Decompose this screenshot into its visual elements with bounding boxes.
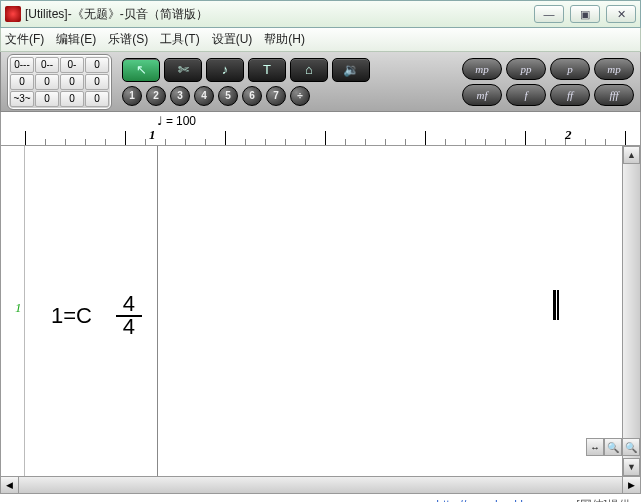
pad-cell[interactable]: 0 [35,74,59,90]
menu-help[interactable]: 帮助(H) [264,31,305,48]
note-div-button[interactable]: ÷ [290,86,310,106]
horizontal-scrollbar[interactable]: ◀ ▶ [0,476,641,494]
arrow-icon: ↖ [136,62,147,77]
dynamics-panel: mp pp p mp mf f ff fff [462,58,634,106]
pad-cell[interactable]: 0 [60,91,84,107]
scissors-icon: ✄ [178,62,189,77]
menu-bar: 文件(F) 编辑(E) 乐谱(S) 工具(T) 设置(U) 帮助(H) [0,28,641,52]
note-3-button[interactable]: 3 [170,86,190,106]
pad-cell[interactable]: 0 [35,91,59,107]
tempo-indicator: ♩ =100 [157,114,196,128]
quarter-note-icon: ♩ [157,114,163,128]
scroll-up-button[interactable]: ▲ [623,146,640,164]
maximize-button[interactable]: ▣ [570,5,600,23]
dyn-button[interactable]: p [550,58,590,80]
dyn-button[interactable]: mp [594,58,634,80]
speaker-icon: 🔉 [343,62,359,77]
dyn-button[interactable]: ff [550,84,590,106]
time-signature: 4 4 [116,294,142,338]
source-link[interactable]: http://www.hackhome.com [436,498,576,502]
zoom-controls: ↔ 🔍 🔍 [586,438,640,456]
key-signature: 1=C [51,303,92,329]
note-1-button[interactable]: 1 [122,86,142,106]
vertical-scrollbar[interactable]: ▲ ▼ [622,146,640,476]
pad-cell[interactable]: 0 [10,74,34,90]
dyn-button[interactable]: mp [462,58,502,80]
pad-cell[interactable]: 0 [85,91,109,107]
text-icon: T [263,62,271,77]
title-bar: [Utilites]-《无题》-贝音（简谱版） — ▣ ✕ [0,0,641,28]
app-icon [5,6,21,22]
minimize-button[interactable]: — [534,5,564,23]
note-2-button[interactable]: 2 [146,86,166,106]
dyn-button[interactable]: fff [594,84,634,106]
tuning-fork-icon: ♪ [222,62,229,77]
dyn-button[interactable]: pp [506,58,546,80]
source-credit: [网侠]提供 [576,497,631,503]
end-barline [553,290,559,320]
menu-tools[interactable]: 工具(T) [160,31,199,48]
menu-file[interactable]: 文件(F) [5,31,44,48]
notation-pad: 0--- 0-- 0- 0 0 0 0 0 ~3~ 0 0 0 [7,54,112,110]
tuning-tool[interactable]: ♪ [206,58,244,82]
lyric-icon: ⌂ [305,62,313,77]
score-canvas[interactable]: 1 1=C 4 4 ▲ ▼ ↔ 🔍 🔍 [0,146,641,476]
close-button[interactable]: ✕ [606,5,636,23]
pad-cell[interactable]: ~3~ [10,91,34,107]
scroll-left-button[interactable]: ◀ [1,477,19,493]
footer: http://www.hackhome.com [网侠]提供 [0,494,641,502]
zoom-in-button[interactable]: 🔍 [604,438,622,456]
pad-cell[interactable]: 0--- [10,57,34,73]
note-6-button[interactable]: 6 [242,86,262,106]
measure-number: 1 [149,127,156,143]
scroll-down-button[interactable]: ▼ [623,458,640,476]
menu-edit[interactable]: 编辑(E) [56,31,96,48]
menu-settings[interactable]: 设置(U) [212,31,253,48]
scroll-right-button[interactable]: ▶ [622,477,640,493]
dyn-button[interactable]: mf [462,84,502,106]
zoom-reset-button[interactable]: ↔ [586,438,604,456]
text-tool[interactable]: T [248,58,286,82]
scroll-track[interactable] [19,477,622,493]
staff-line: 1=C 4 4 [51,294,142,338]
cut-tool[interactable]: ✄ [164,58,202,82]
zoom-out-button[interactable]: 🔍 [622,438,640,456]
line-number: 1 [15,300,22,316]
sound-tool[interactable]: 🔉 [332,58,370,82]
pad-cell[interactable]: 0 [60,74,84,90]
pad-cell[interactable]: 0-- [35,57,59,73]
pad-cell[interactable]: 0 [85,74,109,90]
pad-cell[interactable]: 0- [60,57,84,73]
note-7-button[interactable]: 7 [266,86,286,106]
toolbar: 0--- 0-- 0- 0 0 0 0 0 ~3~ 0 0 0 ↖ ✄ ♪ T … [0,52,641,112]
lyric-tool[interactable]: ⌂ [290,58,328,82]
note-4-button[interactable]: 4 [194,86,214,106]
menu-score[interactable]: 乐谱(S) [108,31,148,48]
ruler[interactable]: ♩ =100 1 2 [0,112,641,146]
window-title: [Utilites]-《无题》-贝音（简谱版） [25,6,534,23]
pad-cell[interactable]: 0 [85,57,109,73]
dyn-button[interactable]: f [506,84,546,106]
note-5-button[interactable]: 5 [218,86,238,106]
pointer-tool[interactable]: ↖ [122,58,160,82]
barline [157,146,158,476]
